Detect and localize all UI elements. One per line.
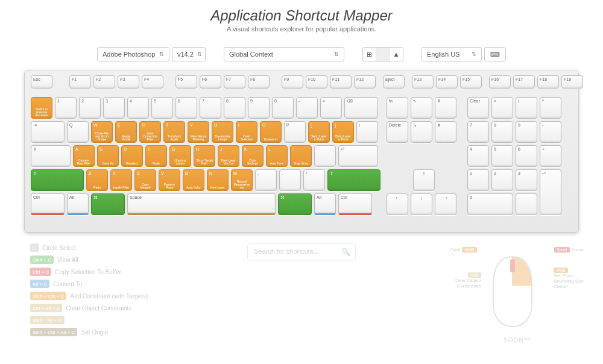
os-windows[interactable]: ⊞	[363, 48, 376, 61]
key-j[interactable]: JNew Layer Via Cut	[218, 145, 239, 167]
key-f7[interactable]: F7	[224, 75, 245, 89]
key-y[interactable]: YView Gamut Warning	[188, 121, 209, 143]
key-num-9[interactable]: 9	[516, 121, 537, 143]
key-f10[interactable]: F10	[306, 75, 327, 89]
key-f15[interactable]: F15	[460, 75, 482, 89]
key-f[interactable]: FFade	[145, 145, 167, 167]
key-f5[interactable]: F5	[175, 75, 197, 89]
key-arrow-left[interactable]: ←	[387, 193, 408, 215]
key-2[interactable]: 2	[79, 97, 101, 119]
key-equals[interactable]: =	[320, 97, 342, 119]
key-i[interactable]: IInvert Selection	[236, 121, 257, 143]
context-select[interactable]: Global Context ⇅	[224, 47, 344, 61]
key-backslash[interactable]: \	[356, 121, 378, 143]
key-f8[interactable]: F8	[248, 75, 270, 89]
key-a[interactable]: ACamera Raw Filter	[73, 145, 95, 167]
key-arrow-right[interactable]: →	[435, 193, 456, 215]
key-7[interactable]: 7	[200, 97, 221, 119]
key-6[interactable]: 6	[175, 97, 197, 119]
key-alt-right[interactable]: Alt	[314, 193, 336, 215]
key-f16[interactable]: F16	[489, 75, 511, 89]
key-num-multiply[interactable]: *	[540, 97, 561, 119]
key-semicolon[interactable]: ;Snap Snap	[290, 145, 312, 167]
key-f19[interactable]: F19	[561, 75, 583, 89]
key-backspace[interactable]: ⌫	[344, 97, 378, 119]
key-f1[interactable]: F1	[69, 75, 91, 89]
key-delete[interactable]: Delete	[387, 121, 408, 143]
key-num-3[interactable]: 3	[516, 169, 537, 191]
key-f14[interactable]: F14	[436, 75, 458, 89]
os-mac[interactable]	[376, 48, 390, 61]
os-linux[interactable]: ▲	[390, 48, 403, 61]
key-f9[interactable]: F9	[282, 75, 303, 89]
key-home[interactable]: ↖	[411, 97, 432, 119]
key-num-7[interactable]: 7	[467, 121, 489, 143]
key-b[interactable]: BAuto Color	[183, 169, 204, 191]
key-bracket-left[interactable]: [Send Layer to Back	[308, 121, 330, 143]
key-backtick[interactable]: ` Switch to previous document	[31, 97, 52, 119]
key-space[interactable]: Space	[127, 193, 276, 215]
key-o[interactable]: OBrowse in	[260, 121, 282, 143]
key-f12[interactable]: F12	[354, 75, 376, 89]
key-e[interactable]: EMerge Visible	[115, 121, 137, 143]
key-num-enter[interactable]: ⏎	[540, 169, 561, 215]
key-fn[interactable]: fn	[387, 97, 408, 119]
key-c[interactable]: CCopy Merged	[134, 169, 156, 191]
key-x[interactable]: XLiquify Filter	[110, 169, 132, 191]
key-f17[interactable]: F17	[513, 75, 535, 89]
key-k[interactable]: KColor Settings	[242, 145, 264, 167]
key-num-4[interactable]: 4	[467, 145, 489, 167]
key-num-period[interactable]: .	[516, 193, 537, 215]
key-u[interactable]: UDesaturate Image	[212, 121, 233, 143]
key-num-equals[interactable]: =	[491, 97, 513, 119]
key-cmd-right[interactable]: ⌘	[278, 193, 312, 215]
key-ctrl-left[interactable]: Ctrl	[31, 193, 65, 215]
app-select[interactable]: Adobe Photoshop ⇅	[97, 47, 169, 61]
key-bracket-right[interactable]: ]Bring Layer to Front	[332, 121, 354, 143]
key-n[interactable]: NNew Layer	[207, 169, 229, 191]
key-num-0[interactable]: 0	[467, 193, 513, 215]
key-arrow-down[interactable]: ↓	[411, 193, 432, 215]
key-enter[interactable]: ⏎	[338, 145, 378, 167]
key-cmd-left[interactable]: ⌘	[91, 193, 125, 215]
key-h[interactable]: HShow Target Path	[194, 145, 215, 167]
key-q[interactable]: Q	[67, 121, 89, 143]
key-z[interactable]: ZRedo	[86, 169, 108, 191]
key-f18[interactable]: F18	[537, 75, 559, 89]
key-num-divide[interactable]: /	[516, 97, 537, 119]
key-f11[interactable]: F11	[330, 75, 352, 89]
key-pagedown[interactable]: ⇟	[435, 121, 456, 143]
key-ctrl-right[interactable]: Ctrl	[338, 193, 372, 215]
key-8[interactable]: 8	[224, 97, 245, 119]
key-v[interactable]: VPaste in Place	[159, 169, 180, 191]
key-shift-right[interactable]: ⇧	[327, 169, 380, 191]
key-num-2[interactable]: 2	[491, 169, 513, 191]
key-tab[interactable]: ⇥	[31, 121, 65, 143]
search-input[interactable]: Search for shortcuts... 🔍	[247, 243, 356, 260]
key-m[interactable]: MRecord Measurements	[231, 169, 253, 191]
key-esc[interactable]: Esc	[31, 75, 52, 89]
language-select[interactable]: English US ⇅	[421, 47, 482, 61]
key-shift-left[interactable]: ⇧	[31, 169, 84, 191]
key-apostrophe[interactable]: '	[314, 145, 336, 167]
key-1[interactable]: 1	[55, 97, 77, 119]
key-comma[interactable]: ,	[255, 169, 277, 191]
key-minus[interactable]: -	[296, 97, 318, 119]
key-l[interactable]: LAuto Tone	[266, 145, 288, 167]
key-num-minus[interactable]: -	[540, 121, 561, 143]
key-num-plus[interactable]: +	[540, 145, 561, 167]
key-num-8[interactable]: 8	[491, 121, 513, 143]
key-slash[interactable]: /	[303, 169, 325, 191]
key-w[interactable]: WClose File and Go to Bridge	[91, 121, 113, 143]
key-f6[interactable]: F6	[200, 75, 221, 89]
key-end[interactable]: ↘	[411, 121, 432, 143]
key-num-1[interactable]: 1	[467, 169, 489, 191]
key-0[interactable]: 0	[272, 97, 294, 119]
keyboard-layout-select[interactable]: ⌨	[484, 47, 506, 61]
version-select[interactable]: v14.2 ⇅	[172, 47, 206, 61]
key-f3[interactable]: F3	[118, 75, 139, 89]
key-3[interactable]: 3	[103, 97, 125, 119]
key-f13[interactable]: F13	[412, 75, 434, 89]
key-9[interactable]: 9	[248, 97, 270, 119]
key-4[interactable]: 4	[127, 97, 149, 119]
